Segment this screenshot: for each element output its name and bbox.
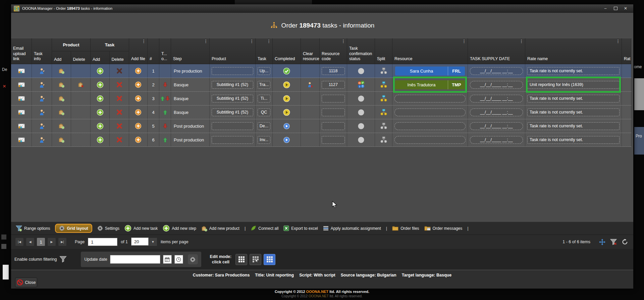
resource-input[interactable] xyxy=(394,122,466,130)
cell-email-upload[interactable] xyxy=(11,133,32,146)
split-icon[interactable] xyxy=(380,68,387,74)
resource-code-input[interactable]: 1127 xyxy=(322,81,345,89)
cell-rate-extra[interactable] xyxy=(622,64,631,78)
column-header-split[interactable]: Split xyxy=(375,38,392,64)
cell-task[interactable]: Up... xyxy=(256,64,273,78)
cell-rate-name[interactable]: Task rate is not currently set. xyxy=(525,133,622,146)
column-menu-icon[interactable]: ⋮ xyxy=(519,39,524,43)
close-button[interactable]: Close xyxy=(15,277,37,287)
toolbar-add-new-product[interactable]: Add new product xyxy=(201,225,239,231)
cell-confirmation-status[interactable] xyxy=(347,119,375,133)
cell-task-info[interactable] xyxy=(32,105,52,119)
task-info-icon[interactable] xyxy=(39,137,44,143)
add-file-icon[interactable] xyxy=(135,109,142,116)
task-add-icon[interactable] xyxy=(97,109,104,116)
confirmation-status-icon[interactable] xyxy=(358,68,365,75)
cell-number[interactable]: 4 xyxy=(148,105,159,119)
column-header-torder[interactable]: T... o... xyxy=(159,38,171,64)
toolbar-add-new-task[interactable]: Add new task xyxy=(124,225,158,232)
cell-number[interactable]: 2 xyxy=(148,78,159,91)
column-menu-icon[interactable]: ⋮ xyxy=(250,39,254,43)
resource-code-input[interactable] xyxy=(322,109,345,116)
completed-status-icon[interactable] xyxy=(283,81,290,88)
column-header-rescode[interactable]: Resource code⋮ xyxy=(320,38,347,64)
cell-step[interactable]: Post production xyxy=(171,119,210,133)
cell-resource-code[interactable] xyxy=(320,133,347,146)
product-input[interactable] xyxy=(212,136,253,144)
cell-rate-name[interactable]: Unit reporting for Inês (1639) xyxy=(525,78,622,91)
email-upload-icon[interactable] xyxy=(18,124,25,129)
cell-product-delete[interactable] xyxy=(71,78,91,91)
cell-resource[interactable]: Inês TradutoraTMP xyxy=(392,78,468,91)
cell-confirmation-status[interactable] xyxy=(347,133,375,146)
next-page-button[interactable]: ▶ xyxy=(47,238,56,246)
product-input[interactable]: Subtitling #1 (52) xyxy=(212,95,253,102)
column-header-completed[interactable]: Completed xyxy=(273,38,301,64)
resource-input[interactable] xyxy=(394,95,466,102)
cell-split[interactable] xyxy=(375,119,392,133)
cell-product-add[interactable] xyxy=(52,64,71,78)
cell-task-info[interactable] xyxy=(32,119,52,133)
cell-task-order[interactable] xyxy=(159,78,171,91)
task-add-icon[interactable] xyxy=(97,68,104,75)
cell-task[interactable]: Inv... xyxy=(256,133,273,146)
column-header-resource[interactable]: Resource⋮ xyxy=(392,38,468,64)
cell-rate-name[interactable]: Task rate is not currently set. xyxy=(525,64,622,78)
last-page-button[interactable]: ▶| xyxy=(58,238,67,246)
toolbar-order-files[interactable]: Order files xyxy=(392,226,419,231)
column-header-supply[interactable]: TASK SUPPLY DATE⋮ xyxy=(468,38,525,64)
cell-product-delete[interactable] xyxy=(71,92,91,105)
cell-supply-date[interactable]: __/__/____ __:__ xyxy=(468,64,525,78)
chevron-down-icon[interactable]: ▼ xyxy=(149,238,157,246)
rate-name-input[interactable]: Task rate is not currently set. xyxy=(527,67,620,75)
move-up-icon[interactable] xyxy=(160,96,165,101)
column-header-addfile[interactable]: Add file⋮ xyxy=(129,38,148,64)
task-delete-icon[interactable] xyxy=(116,123,122,129)
cell-split[interactable] xyxy=(375,78,392,91)
cell-product[interactable]: Subtitling #1 (52) xyxy=(210,78,256,91)
toolbar-apply-automatic-assignment[interactable]: Apply automatic assignment xyxy=(323,225,381,231)
cell-task-delete[interactable] xyxy=(110,119,129,133)
column-header-add[interactable]: Add xyxy=(52,51,71,64)
task-delete-icon[interactable] xyxy=(116,82,122,88)
confirmation-status-icon[interactable] xyxy=(358,123,365,130)
cell-product[interactable] xyxy=(210,133,256,146)
cell-product-delete[interactable] xyxy=(71,119,91,133)
cell-number[interactable]: 3 xyxy=(148,92,159,105)
cell-clear-resource[interactable] xyxy=(301,133,320,146)
cell-product-add[interactable] xyxy=(52,92,71,105)
cell-email-upload[interactable] xyxy=(11,105,32,119)
cell-step[interactable]: Post production xyxy=(171,133,210,146)
first-page-button[interactable]: |◀ xyxy=(15,238,24,246)
confirmation-status-icon[interactable] xyxy=(358,136,365,143)
product-add-icon[interactable] xyxy=(58,68,64,74)
cell-product[interactable]: Subtitling #1 (52) xyxy=(210,105,256,119)
task-info-icon[interactable] xyxy=(39,110,44,115)
cell-rate-extra[interactable] xyxy=(622,105,631,119)
cell-supply-date[interactable]: __/__/____ __:__ xyxy=(468,119,525,133)
cell-task-delete[interactable] xyxy=(110,133,129,146)
task-info-icon[interactable] xyxy=(39,82,44,88)
cell-product-add[interactable] xyxy=(52,78,71,91)
cell-add-file[interactable] xyxy=(129,64,148,78)
split-icon[interactable] xyxy=(380,136,387,143)
task-row-1[interactable]: 1Pre productionUp...1118Sara CunhaFRL__/… xyxy=(11,64,631,78)
cell-resource-code[interactable] xyxy=(320,92,347,105)
cell-completed[interactable] xyxy=(273,133,301,146)
product-add-icon[interactable] xyxy=(58,137,64,143)
cell-task-order[interactable] xyxy=(159,133,171,146)
cell-task-add[interactable] xyxy=(91,78,110,91)
task-input[interactable]: Up... xyxy=(258,67,270,75)
cell-rate-extra[interactable] xyxy=(622,133,631,146)
cell-confirmation-status[interactable]: i? xyxy=(347,78,375,91)
cell-resource-code[interactable] xyxy=(320,119,347,133)
resource-input[interactable] xyxy=(394,136,466,144)
cell-clear-resource[interactable] xyxy=(301,119,320,133)
resource-badge[interactable]: Inês TradutoraTMP xyxy=(395,80,465,89)
task-input[interactable]: Ti... xyxy=(258,95,270,102)
email-upload-icon[interactable] xyxy=(18,96,25,101)
product-input[interactable]: Subtitling #1 (52) xyxy=(212,81,253,89)
column-header-delete[interactable]: Delete xyxy=(71,51,90,64)
supply-date-input[interactable]: __/__/____ __:__ xyxy=(470,81,523,89)
cell-resource-code[interactable]: 1118 xyxy=(320,64,347,78)
